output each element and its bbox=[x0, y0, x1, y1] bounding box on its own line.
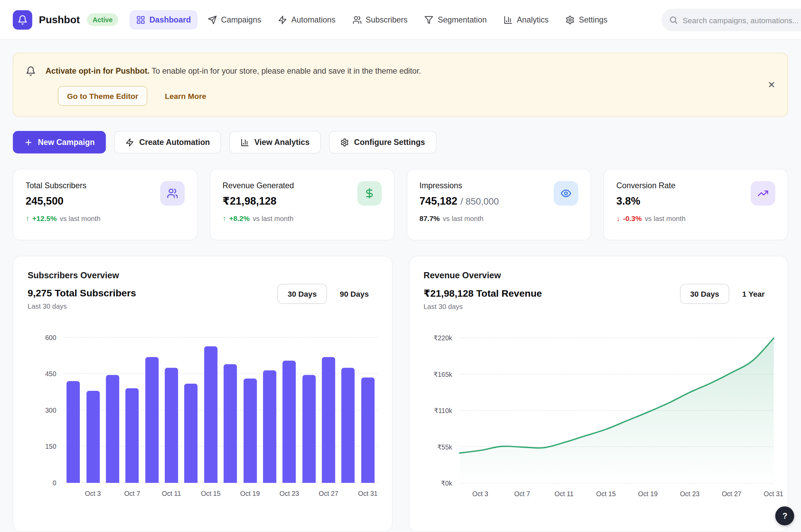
y-tick-label: 300 bbox=[45, 407, 56, 414]
gear-icon bbox=[566, 15, 575, 24]
trending-up-icon-tile bbox=[751, 181, 775, 206]
delta-arrow: ↑ bbox=[222, 215, 226, 223]
nav-label: Campaigns bbox=[221, 15, 261, 24]
y-tick-label: 450 bbox=[45, 370, 56, 378]
nav-item-automations[interactable]: Automations bbox=[272, 10, 342, 29]
y-tick-label: 0 bbox=[53, 479, 56, 487]
go-to-theme-editor-button[interactable]: Go to Theme Editor bbox=[58, 86, 148, 106]
alert-bell-icon bbox=[26, 66, 36, 78]
grid-icon bbox=[136, 15, 145, 24]
eye-icon-tile bbox=[554, 181, 579, 206]
range-90-days-button[interactable]: 90 Days bbox=[331, 284, 377, 304]
dollar-icon-tile bbox=[357, 181, 381, 206]
nav-item-dashboard[interactable]: Dashboard bbox=[130, 10, 198, 29]
y-tick-label: ₹165k bbox=[434, 371, 452, 379]
stat-value: 3.8% bbox=[616, 195, 675, 207]
revenue-line-chart: ₹0k₹55k₹110k₹165k₹220k Oct 3Oct 7Oct 11O… bbox=[423, 338, 773, 484]
range-30-days-button[interactable]: 30 Days bbox=[277, 284, 327, 304]
bar bbox=[106, 375, 119, 483]
x-tick-label: Oct 31 bbox=[764, 490, 783, 498]
x-tick-label: Oct 15 bbox=[201, 490, 220, 498]
bolt-icon bbox=[126, 138, 134, 147]
search-icon bbox=[669, 15, 678, 25]
stat-title: Total Subscribers bbox=[26, 181, 86, 190]
bar-plot: Oct 3Oct 7Oct 11Oct 15Oct 19Oct 23Oct 27… bbox=[63, 338, 377, 483]
banner-body: To enable opt-in for your store, please … bbox=[151, 66, 421, 75]
nav-label: Dashboard bbox=[149, 15, 191, 24]
delta-arrow: ↓ bbox=[616, 215, 620, 223]
nav-item-settings[interactable]: Settings bbox=[559, 10, 614, 29]
bolt-icon bbox=[278, 15, 287, 24]
bar bbox=[361, 378, 375, 483]
view-analytics-button[interactable]: View Analytics bbox=[229, 131, 321, 153]
stat-card-revenue-generated: Revenue Generated ₹21,98,128 ↑ +8.2% vs … bbox=[210, 169, 394, 240]
bar bbox=[67, 381, 80, 483]
stat-card-conversion-rate: Conversion Rate 3.8% ↓ -0.3% vs last mon… bbox=[603, 169, 788, 240]
x-tick-label: Oct 27 bbox=[319, 490, 338, 498]
x-tick-label: Oct 3 bbox=[472, 490, 489, 498]
close-icon[interactable]: ✕ bbox=[768, 79, 775, 90]
chart-title: Revenue Overview bbox=[423, 271, 542, 281]
x-tick-label: Oct 11 bbox=[162, 490, 181, 498]
gridline bbox=[63, 337, 377, 338]
x-tick-label: Oct 27 bbox=[722, 490, 741, 498]
overview-charts: Subscribers Overview 9,275 Total Subscri… bbox=[13, 256, 788, 532]
revenue-overview-card: Revenue Overview ₹21,98,128 Total Revenu… bbox=[409, 256, 788, 532]
nav-label: Automations bbox=[291, 15, 335, 24]
chart-caption: Last 30 days bbox=[423, 303, 542, 311]
app-logo[interactable] bbox=[13, 10, 32, 29]
stat-card-total-subscribers: Total Subscribers 245,500 ↑ +12.5% vs la… bbox=[13, 169, 198, 240]
y-tick-label: 150 bbox=[45, 443, 56, 450]
delta-caption: vs last month bbox=[443, 215, 483, 222]
search-bar[interactable] bbox=[662, 9, 801, 31]
stat-title: Conversion Rate bbox=[616, 181, 675, 190]
eye-icon bbox=[560, 188, 572, 199]
y-axis: ₹0k₹55k₹110k₹165k₹220k bbox=[423, 338, 459, 484]
range-1-year-button[interactable]: 1 Year bbox=[733, 284, 773, 304]
configure-settings-button[interactable]: Configure Settings bbox=[329, 131, 436, 153]
search-input[interactable] bbox=[683, 16, 801, 25]
delta-value: -0.3% bbox=[623, 215, 642, 223]
delta-value: 87.7% bbox=[419, 215, 440, 223]
bar bbox=[322, 357, 335, 483]
y-tick-label: ₹55k bbox=[437, 443, 452, 451]
x-tick-label: Oct 19 bbox=[240, 490, 260, 498]
trending-up-icon bbox=[757, 188, 769, 199]
nav-label: Analytics bbox=[517, 15, 549, 24]
y-tick-label: 600 bbox=[45, 334, 56, 342]
nav-label: Segmentation bbox=[438, 15, 486, 24]
create-automation-button[interactable]: Create Automation bbox=[114, 131, 221, 153]
users-icon bbox=[352, 15, 362, 24]
delta-caption: vs last month bbox=[253, 215, 293, 222]
chart-title: Subscribers Overview bbox=[28, 271, 136, 281]
learn-more-button[interactable]: Learn More bbox=[165, 92, 206, 101]
bar bbox=[341, 368, 355, 483]
bar bbox=[263, 370, 276, 483]
range-toggle: 30 Days 1 Year bbox=[680, 284, 773, 304]
status-badge: Active bbox=[87, 13, 118, 26]
nav-item-analytics[interactable]: Analytics bbox=[497, 10, 555, 29]
nav-item-subscribers[interactable]: Subscribers bbox=[346, 10, 414, 29]
nav-label: Subscribers bbox=[366, 15, 408, 24]
y-tick-label: ₹220k bbox=[434, 334, 452, 342]
y-tick-label: ₹110k bbox=[434, 407, 452, 415]
delta-value: +12.5% bbox=[32, 215, 57, 223]
bar bbox=[185, 384, 198, 483]
nav-item-campaigns[interactable]: Campaigns bbox=[201, 10, 268, 29]
bar bbox=[204, 346, 217, 483]
bar-chart-icon bbox=[241, 138, 249, 147]
x-tick-label: Oct 31 bbox=[358, 490, 377, 498]
bar bbox=[302, 375, 316, 483]
main-nav: Dashboard Campaigns Automations Subscrib… bbox=[130, 10, 614, 29]
new-campaign-button[interactable]: New Campaign bbox=[13, 131, 106, 153]
chart-subtitle: 9,275 Total Subscribers bbox=[28, 287, 136, 299]
nav-item-segmentation[interactable]: Segmentation bbox=[418, 10, 493, 29]
chart-caption: Last 30 days bbox=[28, 302, 136, 310]
x-tick-label: Oct 7 bbox=[514, 490, 530, 498]
range-30-days-button[interactable]: 30 Days bbox=[680, 284, 729, 304]
plus-icon bbox=[24, 138, 33, 147]
stat-value: 245,500 bbox=[26, 195, 86, 207]
users-icon bbox=[167, 188, 178, 199]
stats-cards: Total Subscribers 245,500 ↑ +12.5% vs la… bbox=[13, 169, 788, 240]
stat-title: Impressions bbox=[419, 181, 499, 190]
